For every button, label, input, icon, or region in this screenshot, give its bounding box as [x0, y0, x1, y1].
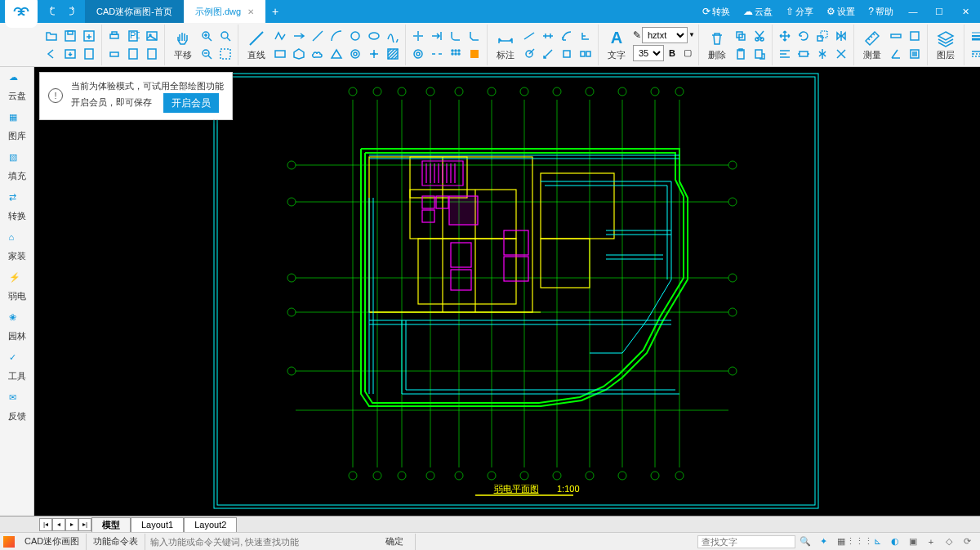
- dim3-icon[interactable]: [558, 27, 576, 45]
- tab-layout2[interactable]: Layout2: [184, 517, 237, 532]
- ortho-icon[interactable]: ⊾: [869, 534, 885, 549]
- extend-icon[interactable]: [428, 27, 446, 45]
- polyline-icon[interactable]: [271, 27, 289, 45]
- xline-icon[interactable]: [309, 27, 327, 45]
- help-button[interactable]: ? 帮助: [863, 2, 898, 21]
- block-icon[interactable]: [466, 45, 483, 63]
- upgrade-button[interactable]: 开启会员: [163, 93, 219, 113]
- nav-prev[interactable]: ◂: [52, 518, 65, 531]
- coord-icon[interactable]: ◇: [941, 534, 957, 549]
- rotate-icon[interactable]: [795, 27, 813, 45]
- dim4-icon[interactable]: [577, 27, 595, 45]
- mirror2-icon[interactable]: [813, 45, 831, 63]
- zoomin-icon[interactable]: [198, 27, 216, 45]
- arc-icon[interactable]: [327, 27, 345, 45]
- dim5-icon[interactable]: [520, 45, 538, 63]
- sidebar-item-feedback[interactable]: ✉反馈: [0, 387, 33, 427]
- ellipse-icon[interactable]: [365, 27, 383, 45]
- minimize-button[interactable]: —: [902, 0, 924, 23]
- tab-model[interactable]: 模型: [91, 517, 131, 532]
- triangle-icon[interactable]: [327, 45, 345, 63]
- paste2-icon[interactable]: [751, 45, 768, 63]
- angle-icon[interactable]: [887, 45, 905, 63]
- size-select[interactable]: 350: [633, 45, 664, 61]
- sidebar-item-cloud[interactable]: ☁云盘: [0, 67, 33, 107]
- confirm-button[interactable]: 确定: [374, 534, 416, 550]
- sidebar-item-convert[interactable]: ⇄转换: [0, 187, 33, 227]
- nav-next[interactable]: ▸: [65, 518, 78, 531]
- sync-icon[interactable]: ⟳: [959, 534, 975, 549]
- annotate-tool[interactable]: 标注: [491, 27, 520, 63]
- fillet-icon[interactable]: [447, 27, 465, 45]
- stretch-icon[interactable]: [795, 45, 813, 63]
- osnap-icon[interactable]: ▣: [905, 534, 921, 549]
- layer-tool[interactable]: 图层: [931, 27, 960, 63]
- line-tool[interactable]: 直线: [242, 27, 271, 63]
- donut-icon[interactable]: [346, 45, 364, 63]
- array-icon[interactable]: [447, 45, 465, 63]
- offset-icon[interactable]: [409, 45, 427, 63]
- font-select[interactable]: hztxt: [642, 27, 688, 43]
- align-icon[interactable]: [776, 45, 794, 63]
- break-icon[interactable]: [428, 45, 446, 63]
- dim6-icon[interactable]: [539, 45, 557, 63]
- close-icon[interactable]: ✕: [247, 7, 254, 16]
- grid2-icon[interactable]: ⋮⋮⋮: [851, 534, 867, 549]
- dim2-icon[interactable]: [539, 27, 557, 45]
- new-tab-button[interactable]: +: [265, 0, 285, 23]
- window-close-button[interactable]: ✕: [954, 0, 977, 23]
- move-icon[interactable]: [776, 27, 794, 45]
- tab-layout1[interactable]: Layout1: [131, 517, 184, 532]
- print-icon[interactable]: [105, 27, 123, 45]
- tab-home[interactable]: CAD迷你画图-首页: [85, 0, 184, 23]
- nav-first[interactable]: |◂: [39, 518, 52, 531]
- new-icon[interactable]: [80, 45, 98, 63]
- paste-icon[interactable]: [732, 45, 750, 63]
- zoomout-icon[interactable]: [198, 45, 216, 63]
- export2-icon[interactable]: [143, 45, 161, 63]
- hatch-icon[interactable]: [384, 45, 402, 63]
- measure-tool[interactable]: 测量: [858, 27, 887, 63]
- settings-button[interactable]: ⚙ 设置: [822, 2, 860, 21]
- text-tool[interactable]: A 文字: [602, 27, 631, 63]
- add-icon[interactable]: +: [923, 534, 939, 549]
- saveas-icon[interactable]: [80, 27, 98, 45]
- polar-icon[interactable]: ◐: [887, 534, 903, 549]
- redo-button[interactable]: [62, 2, 82, 21]
- sidebar-item-home[interactable]: ⌂家装: [0, 227, 33, 267]
- convert-button[interactable]: ⟳ 转换: [697, 2, 735, 21]
- canvas[interactable]: ! 当前为体验模式，可试用全部绘图功能 开启会员，即可保存 开启会员: [34, 67, 980, 516]
- cut-icon[interactable]: [751, 27, 768, 45]
- copy-icon[interactable]: [732, 27, 750, 45]
- undo-button[interactable]: [42, 2, 62, 21]
- snap-icon[interactable]: ✦: [815, 534, 831, 549]
- trim-icon[interactable]: [409, 27, 427, 45]
- ray-icon[interactable]: [290, 27, 308, 45]
- delete-tool[interactable]: 删除: [702, 27, 732, 63]
- export-icon[interactable]: [61, 45, 79, 63]
- cloud-button[interactable]: ☁ 云盘: [738, 2, 777, 21]
- circle-icon[interactable]: [346, 27, 364, 45]
- dist-icon[interactable]: [887, 27, 905, 45]
- nav-last[interactable]: ▸|: [78, 518, 91, 531]
- revcloud-icon[interactable]: [309, 45, 327, 63]
- polygon-icon[interactable]: [290, 45, 308, 63]
- dim7-icon[interactable]: [558, 45, 576, 63]
- search-icon[interactable]: 🔍: [797, 534, 813, 549]
- chamfer-icon[interactable]: [466, 27, 483, 45]
- dim8-icon[interactable]: [577, 45, 595, 63]
- mirror-icon[interactable]: [832, 27, 850, 45]
- search-input[interactable]: [697, 535, 795, 548]
- explode-icon[interactable]: [832, 45, 850, 63]
- bold-button[interactable]: B: [665, 46, 679, 60]
- zoomwin-icon[interactable]: [216, 45, 234, 63]
- rect-icon[interactable]: [271, 45, 289, 63]
- linetype-icon[interactable]: [968, 45, 980, 63]
- sidebar-item-elec[interactable]: ⚡弱电: [0, 267, 33, 307]
- zoomfit-icon[interactable]: [216, 27, 234, 45]
- command-input[interactable]: [145, 537, 374, 547]
- image-icon[interactable]: [143, 27, 161, 45]
- point-icon[interactable]: [365, 45, 383, 63]
- lineweight-icon[interactable]: [968, 27, 980, 45]
- pan-tool[interactable]: 平移: [168, 27, 198, 63]
